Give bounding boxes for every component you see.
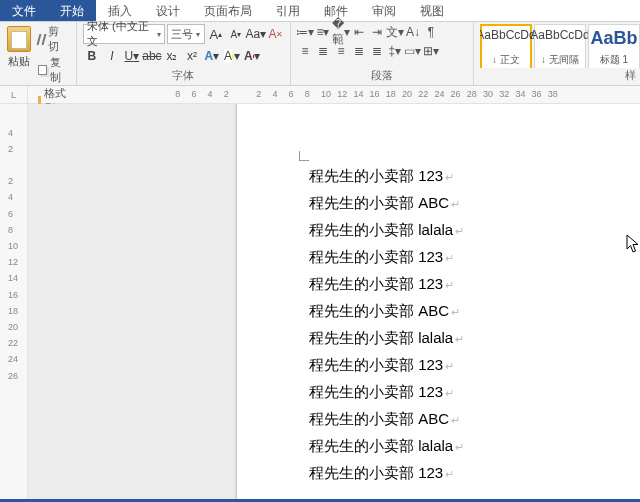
paragraph-text: 程先生的小卖部 ABC xyxy=(309,194,449,211)
italic-button[interactable]: I xyxy=(103,47,121,65)
paragraph-text: 程先生的小卖部 123 xyxy=(309,383,443,400)
copy-label: 复制 xyxy=(50,55,70,85)
style-name: ↓ 正文 xyxy=(492,53,520,67)
change-case-button[interactable]: Aa▾ xyxy=(247,25,265,43)
show-marks-button[interactable]: ¶ xyxy=(423,24,439,40)
tab-view[interactable]: 视图 xyxy=(408,0,456,21)
increase-indent-button[interactable]: ⇥ xyxy=(369,24,385,40)
ruler-tick: 4 xyxy=(8,192,13,202)
ruler-tick: 20 xyxy=(402,89,412,99)
paragraph[interactable]: 程先生的小卖部 123↵ xyxy=(309,379,640,406)
align-center-button[interactable]: ≣ xyxy=(315,43,331,59)
text-effects-button[interactable]: A▾ xyxy=(203,47,221,65)
ruler-tick: 28 xyxy=(467,89,477,99)
bold-button[interactable]: B xyxy=(83,47,101,65)
ruler-tick: 24 xyxy=(8,354,18,364)
underline-button[interactable]: U▾ xyxy=(123,47,141,65)
insertion-indicator xyxy=(299,151,309,161)
paste-button[interactable]: 粘贴 xyxy=(6,24,32,69)
decrease-indent-button[interactable]: ⇤ xyxy=(351,24,367,40)
tab-design[interactable]: 设计 xyxy=(144,0,192,21)
tab-insert[interactable]: 插入 xyxy=(96,0,144,21)
tab-layout[interactable]: 页面布局 xyxy=(192,0,264,21)
clear-format-button[interactable]: A✕ xyxy=(267,25,285,43)
sort-button[interactable]: A↓ xyxy=(405,24,421,40)
paragraph-text: 程先生的小卖部 ABC xyxy=(309,410,449,427)
align-distribute-button[interactable]: ≣ xyxy=(369,43,385,59)
paragraph[interactable]: 程先生的小卖部 lalala↵ xyxy=(309,325,640,352)
highlight-button[interactable]: A▾ xyxy=(223,47,241,65)
ruler-tick: 24 xyxy=(434,89,444,99)
paragraph-mark-icon: ↵ xyxy=(455,333,464,345)
ruler-tick: 16 xyxy=(370,89,380,99)
asian-layout-button[interactable]: 文▾ xyxy=(387,24,403,40)
font-name-combo[interactable]: 宋体 (中文正文▾ xyxy=(83,24,165,44)
paragraph[interactable]: 程先生的小卖部 ABC↵ xyxy=(309,298,640,325)
borders-button[interactable]: ⊞▾ xyxy=(423,43,439,59)
align-right-button[interactable]: ≡ xyxy=(333,43,349,59)
ruler-tick: 4 xyxy=(8,128,13,138)
paragraph-text: 程先生的小卖部 lalala xyxy=(309,221,453,238)
superscript-button[interactable]: x² xyxy=(183,47,201,65)
ruler-tick: 6 xyxy=(289,89,294,99)
group-label-paragraph: 段落 xyxy=(297,68,467,85)
document-area: 422468101214161820222426 程先生的小卖部 123↵程先生… xyxy=(0,104,640,499)
font-size-combo[interactable]: 三号▾ xyxy=(167,24,205,44)
paragraph[interactable]: 程先生的小卖部 123↵ xyxy=(309,352,640,379)
paragraph[interactable]: 程先生的小卖部 123↵ xyxy=(309,460,640,487)
ruler-tick: 26 xyxy=(8,371,18,381)
shrink-font-button[interactable]: A▾ xyxy=(227,25,245,43)
ruler-tick: 36 xyxy=(532,89,542,99)
horizontal-ruler[interactable]: 86422468101214161820222426283032343638 xyxy=(28,86,640,103)
page-body[interactable]: 程先生的小卖部 123↵程先生的小卖部 ABC↵程先生的小卖部 lalala↵程… xyxy=(309,163,640,487)
ruler-tick: 26 xyxy=(451,89,461,99)
paragraph-text: 程先生的小卖部 lalala xyxy=(309,329,453,346)
ruler-tick: 6 xyxy=(8,209,13,219)
shrink-font-icon: A xyxy=(231,29,238,40)
font-color-icon: A xyxy=(244,49,253,63)
tab-file[interactable]: 文件 xyxy=(0,0,48,21)
chevron-down-icon: ▾ xyxy=(196,30,200,39)
style-normal[interactable]: AaBbCcDd ↓ 正文 xyxy=(480,24,532,68)
style-heading1[interactable]: AaBb 标题 1 xyxy=(588,24,640,68)
tab-review[interactable]: 审阅 xyxy=(360,0,408,21)
paragraph-text: 程先生的小卖部 lalala xyxy=(309,437,453,454)
ruler-tick: 22 xyxy=(8,338,18,348)
tab-references[interactable]: 引用 xyxy=(264,0,312,21)
cut-button[interactable]: 剪切 xyxy=(38,24,70,54)
paragraph-mark-icon: ↵ xyxy=(445,252,454,264)
ruler-tick: 10 xyxy=(321,89,331,99)
vertical-ruler[interactable]: 422468101214161820222426 xyxy=(0,104,28,499)
paragraph[interactable]: 程先生的小卖部 ABC↵ xyxy=(309,406,640,433)
paragraph[interactable]: 程先生的小卖部 123↵ xyxy=(309,271,640,298)
ruler-tick: 12 xyxy=(337,89,347,99)
page-viewport[interactable]: 程先生的小卖部 123↵程先生的小卖部 ABC↵程先生的小卖部 lalala↵程… xyxy=(28,104,640,499)
align-justify-button[interactable]: ≣ xyxy=(351,43,367,59)
font-size-value: 三号 xyxy=(171,27,193,42)
page[interactable]: 程先生的小卖部 123↵程先生的小卖部 ABC↵程先生的小卖部 lalala↵程… xyxy=(236,104,640,499)
paragraph-mark-icon: ↵ xyxy=(445,387,454,399)
chevron-down-icon: ▾ xyxy=(157,30,161,39)
cut-label: 剪切 xyxy=(48,24,70,54)
paragraph[interactable]: 程先生的小卖部 lalala↵ xyxy=(309,433,640,460)
tab-home[interactable]: 开始 xyxy=(48,0,96,21)
style-no-spacing[interactable]: AaBbCcDd ↓ 无间隔 xyxy=(534,24,586,68)
copy-button[interactable]: 复制 xyxy=(38,55,70,85)
subscript-button[interactable]: x₂ xyxy=(163,47,181,65)
paragraph[interactable]: 程先生的小卖部 lalala↵ xyxy=(309,217,640,244)
bullets-button[interactable]: ≔▾ xyxy=(297,24,313,40)
paragraph[interactable]: 程先生的小卖部 ABC↵ xyxy=(309,190,640,217)
paragraph-mark-icon: ↵ xyxy=(451,198,460,210)
align-left-button[interactable]: ≡ xyxy=(297,43,313,59)
paragraph[interactable]: 程先生的小卖部 123↵ xyxy=(309,163,640,190)
grow-font-button[interactable]: A▴ xyxy=(207,25,225,43)
font-color-button[interactable]: A▾ xyxy=(243,47,261,65)
paragraph-text: 程先生的小卖部 123 xyxy=(309,356,443,373)
paragraph[interactable]: 程先生的小卖部 123↵ xyxy=(309,244,640,271)
multilevel-button[interactable]: �範▾ xyxy=(333,24,349,40)
line-spacing-button[interactable]: ‡▾ xyxy=(387,43,403,59)
strike-button[interactable]: abc xyxy=(143,47,161,65)
shading-button[interactable]: ▭▾ xyxy=(405,43,421,59)
numbering-button[interactable]: ≡▾ xyxy=(315,24,331,40)
ruler-tick: 30 xyxy=(483,89,493,99)
